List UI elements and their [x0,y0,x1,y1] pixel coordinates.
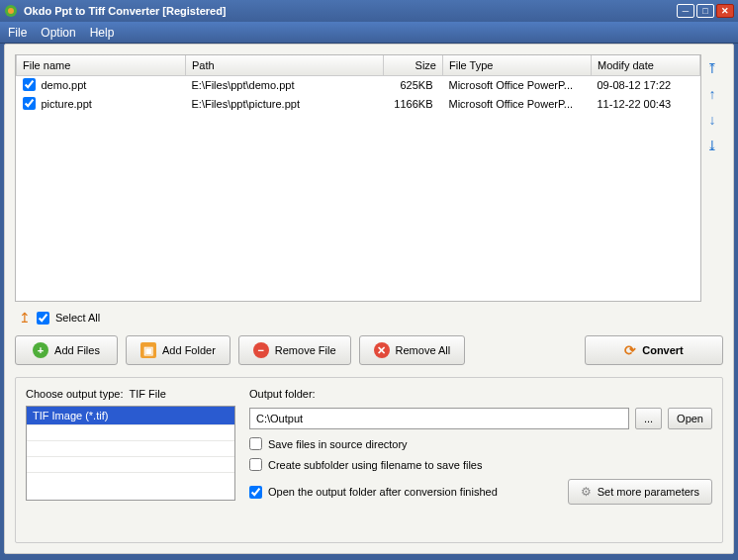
save-in-source-label: Save files in source directory [268,438,408,450]
move-top-icon[interactable]: ⤒ [704,60,720,76]
col-size[interactable]: Size [384,55,443,75]
remove-all-button[interactable]: ✕Remove All [359,335,466,365]
close-button[interactable]: ✕ [716,4,734,18]
open-after-checkbox[interactable] [249,486,262,499]
menu-file[interactable]: File [8,26,27,40]
col-filetype[interactable]: File Type [443,55,592,75]
cell-modify: 11-12-22 00:43 [592,95,700,114]
open-folder-button[interactable]: Open [668,408,712,429]
cell-size: 1166KB [384,95,443,114]
cell-filetype: Microsoft Office PowerP... [443,75,592,95]
cell-filename: picture.ppt [36,95,186,114]
maximize-button[interactable]: □ [696,4,714,18]
cell-modify: 09-08-12 17:22 [592,75,700,95]
convert-button[interactable]: ⟳Convert [585,335,723,365]
cell-path: E:\Files\ppt\demo.ppt [186,75,384,95]
output-panel: Choose output type: TIF File TIF Image (… [15,377,723,543]
file-list-grid[interactable]: File name Path Size File Type Modify dat… [15,54,701,302]
output-type-list[interactable]: TIF Image (*.tif) [26,406,235,501]
select-all-checkbox[interactable] [37,312,49,325]
col-path[interactable]: Path [186,55,384,75]
gear-icon: ⚙ [581,485,592,499]
x-icon: ✕ [374,342,390,358]
plus-icon: + [33,342,48,358]
table-row[interactable]: demo.ppt E:\Files\ppt\demo.ppt 625KB Mic… [17,75,700,95]
app-logo-icon [4,4,18,18]
main-content: File name Path Size File Type Modify dat… [4,44,734,554]
window-title: Okdo Ppt to Tiff Converter [Registered] [24,5,227,17]
menu-option[interactable]: Option [41,26,75,40]
title-bar: Okdo Ppt to Tiff Converter [Registered] … [0,0,738,22]
col-modify[interactable]: Modify date [592,55,700,75]
current-type-label: TIF File [129,388,165,400]
cell-path: E:\Files\ppt\picture.ppt [186,95,384,114]
add-files-button[interactable]: +Add Files [15,335,118,365]
type-option-tif[interactable]: TIF Image (*.tif) [27,407,234,424]
cell-filetype: Microsoft Office PowerP... [443,95,592,114]
move-up-icon[interactable]: ↑ [704,86,720,102]
move-bottom-icon[interactable]: ⤓ [704,138,720,153]
row-checkbox[interactable] [23,97,36,110]
output-folder-label: Output folder: [249,388,712,400]
table-row[interactable]: picture.ppt E:\Files\ppt\picture.ppt 116… [17,95,700,114]
minus-icon: − [253,342,269,358]
move-down-icon[interactable]: ↓ [704,112,720,128]
menu-bar: File Option Help [0,22,738,44]
remove-file-button[interactable]: −Remove File [238,335,351,365]
cell-size: 625KB [384,75,443,95]
select-all-label: Select All [55,312,100,324]
add-folder-button[interactable]: ▣Add Folder [126,335,231,365]
browse-button[interactable]: ... [635,408,662,429]
output-folder-input[interactable] [249,408,629,429]
row-checkbox[interactable] [23,78,36,91]
minimize-button[interactable]: ─ [677,4,694,18]
folder-icon: ▣ [140,342,156,358]
convert-icon: ⟳ [624,342,636,358]
select-all-row: ↥ Select All [19,310,723,326]
cell-filename: demo.ppt [36,75,186,95]
create-subfolder-checkbox[interactable] [249,458,262,471]
col-filename[interactable]: File name [17,55,186,75]
up-level-icon[interactable]: ↥ [19,310,31,326]
set-more-parameters-button[interactable]: ⚙Set more parameters [568,479,712,505]
toolbar-row: +Add Files ▣Add Folder −Remove File ✕Rem… [15,335,723,365]
create-subfolder-label: Create subfolder using filename to save … [268,459,482,471]
open-after-label: Open the output folder after conversion … [268,486,498,498]
choose-type-label: Choose output type: [26,388,123,400]
save-in-source-checkbox[interactable] [249,437,262,450]
reorder-arrows: ⤒ ↑ ↓ ⤓ [701,54,723,302]
menu-help[interactable]: Help [90,26,115,40]
svg-point-1 [8,8,14,14]
